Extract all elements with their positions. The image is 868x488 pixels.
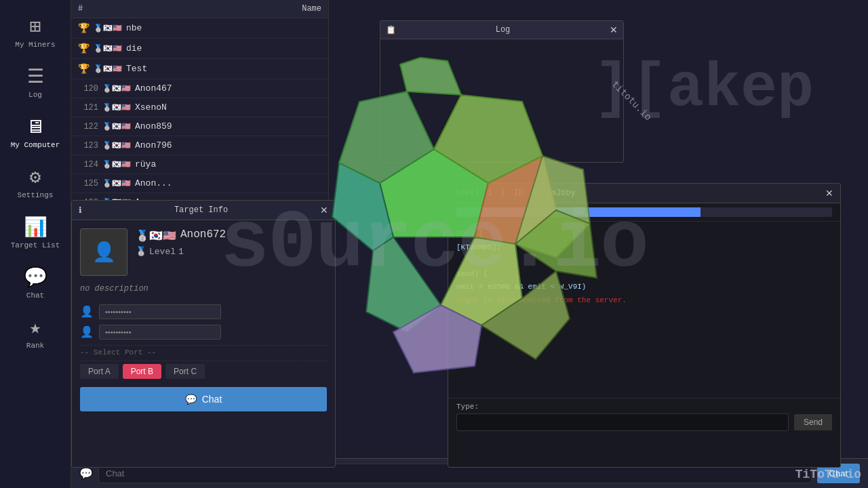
- sidebar-item-my-miners[interactable]: ⊞ My Miners: [0, 7, 71, 57]
- port-a-button[interactable]: Port A: [80, 364, 119, 379]
- chat-button[interactable]: 💬 Chat: [80, 387, 327, 411]
- main-window-header: Level 1 | ID aCijmJbby ✕: [448, 184, 840, 203]
- list-item[interactable]: 🏆 🥈🇰🇷🇺🇸 nbe: [71, 18, 328, 39]
- rank-icon: ★: [30, 316, 41, 339]
- trophy-icon: 🏆: [78, 22, 90, 34]
- progress-bar-container: [456, 207, 832, 217]
- target-info-body: 👤 🥈🇰🇷🇺🇸 Anon672 🥈 Level 1 no description…: [72, 220, 335, 420]
- target-info-title: Target Info: [174, 205, 228, 215]
- sidebar-label-my-computer: My Computer: [11, 141, 60, 149]
- log-content: [380, 39, 623, 161]
- log-titlebar: 📋 Log ✕: [380, 21, 623, 39]
- main-id-label: ID: [513, 188, 523, 198]
- target-level-row: 🥈 Level 1: [136, 246, 226, 257]
- list-item[interactable]: 124 🥈🇰🇷🇺🇸 rüya: [71, 155, 328, 174]
- rank-number: 123: [78, 141, 98, 150]
- player-name: XsenoN: [135, 102, 167, 113]
- list-item[interactable]: 🏆 🥈🇰🇷🇺🇸 Test: [71, 59, 328, 79]
- list-item[interactable]: 🏆 🥈🇰🇷🇺🇸 die: [71, 39, 328, 59]
- target-password-field[interactable]: [99, 325, 221, 340]
- main-level-label: Level: [455, 188, 479, 198]
- target-level-value: 1: [178, 247, 184, 257]
- log-window: 📋 Log ✕: [380, 20, 624, 163]
- rank-number: 121: [78, 103, 98, 113]
- rank-number: 120: [78, 84, 98, 94]
- trophy-icon: 🏆: [78, 63, 90, 75]
- target-level-label: Level: [149, 247, 176, 257]
- code-line: arget is disconnected from the server.: [456, 295, 832, 307]
- chat-btn-label: Chat: [202, 394, 222, 405]
- terminal-input-area: Type: Send: [448, 398, 840, 435]
- rank-number: 122: [78, 122, 98, 131]
- target-profile: 👤 🥈🇰🇷🇺🇸 Anon672 🥈 Level 1: [80, 228, 327, 276]
- sidebar-item-settings[interactable]: ⚙ Settings: [0, 157, 71, 207]
- avatar-icon: 👤: [92, 241, 116, 264]
- main-level-value: 1: [488, 188, 492, 198]
- rank-number: 125: [78, 179, 98, 188]
- sidebar-item-my-computer[interactable]: 🖥 My Computer: [0, 107, 71, 157]
- flag-icons: 🥈🇰🇷🇺🇸: [94, 24, 122, 33]
- player-name: die: [126, 43, 142, 54]
- target-flag-icons: 🥈🇰🇷🇺🇸: [136, 229, 176, 243]
- sidebar-item-chat[interactable]: 💬 Chat: [0, 258, 71, 308]
- code-line: [KT0hMmS];: [456, 242, 832, 254]
- sidebar-label-rank: Rank: [26, 342, 44, 350]
- log-close-button[interactable]: ✕: [610, 24, 618, 35]
- titotu-suffix: io: [846, 468, 861, 481]
- flag-icons: 🥈🇰🇷🇺🇸: [102, 84, 131, 93]
- settings-icon: ⚙: [30, 165, 41, 188]
- list-item[interactable]: 121 🥈🇰🇷🇺🇸 XsenoN: [71, 98, 328, 117]
- user-icon: 👤: [80, 305, 94, 319]
- sidebar-label-settings: Settings: [18, 191, 54, 199]
- sidebar-label-target-list: Target List: [11, 241, 60, 249]
- bottom-chat-icon: 💬: [79, 467, 93, 481]
- player-name: Anon467: [135, 83, 172, 94]
- flag-icons: 🥈🇰🇷🇺🇸: [102, 160, 131, 169]
- port-buttons-row: Port A Port B Port C: [80, 361, 327, 382]
- flag-icons: 🥈🇰🇷🇺🇸: [94, 44, 122, 53]
- list-item[interactable]: 120 🥈🇰🇷🇺🇸 Anon467: [71, 79, 328, 98]
- target-avatar: 👤: [80, 228, 127, 276]
- target-level-icon: 🥈: [136, 246, 146, 257]
- target-player-name: Anon672: [180, 228, 226, 241]
- leaderboard-header: # Name: [71, 0, 328, 18]
- list-item[interactable]: 125 🥈🇰🇷🇺🇸 Anon...: [71, 174, 328, 193]
- code-line: omit > eU5mG && emit < W_V9I): [456, 281, 832, 293]
- port-b-button[interactable]: Port B: [123, 364, 161, 379]
- titotu-text: TiToTu: [795, 468, 840, 481]
- chat-icon: 💬: [24, 266, 47, 289]
- main-id-value: aCijmJbby: [532, 188, 576, 198]
- target-field-1: 👤: [80, 304, 327, 319]
- target-info-close-button[interactable]: ✕: [320, 205, 328, 216]
- port-c-button[interactable]: Port C: [165, 364, 205, 379]
- flag-icons: 🥈🇰🇷🇺🇸: [102, 141, 131, 150]
- sidebar-item-rank[interactable]: ★ Rank: [0, 308, 71, 358]
- player-name: nbe: [126, 23, 142, 33]
- sidebar-item-log[interactable]: ☰ Log: [0, 57, 71, 107]
- sidebar-label-my-miners: My Miners: [15, 41, 55, 49]
- main-window-close-button[interactable]: ✕: [825, 188, 833, 199]
- sidebar-label-chat: Chat: [26, 291, 44, 300]
- target-info-titlebar: ℹ Target Info ✕: [72, 201, 335, 220]
- player-name: Test: [126, 64, 147, 74]
- terminal-input[interactable]: [456, 413, 789, 431]
- code-line: send) {: [456, 268, 832, 281]
- target-info-icon: ℹ: [79, 205, 82, 216]
- target-username-field[interactable]: [99, 304, 221, 319]
- target-description: no description: [80, 284, 327, 293]
- list-item[interactable]: 123 🥈🇰🇷🇺🇸 Anon796: [71, 136, 328, 155]
- terminal-send-button[interactable]: Send: [794, 414, 832, 430]
- select-port-label: -- Select Port --: [80, 345, 327, 357]
- sidebar: ⊞ My Miners ☰ Log 🖥 My Computer ⚙ Settin…: [0, 0, 71, 488]
- main-window-info-bar: [448, 203, 840, 222]
- titotu-logo: TiToTu.io: [795, 468, 861, 481]
- terminal-row: Send: [456, 413, 832, 431]
- flag-icons: 🥈🇰🇷🇺🇸: [102, 103, 131, 112]
- player-name: Anon859: [135, 121, 172, 131]
- sidebar-item-target-list[interactable]: 📊 Target List: [0, 207, 71, 258]
- target-field-2: 👤: [80, 325, 327, 340]
- code-area: RDY) { [KT0hMmS]; send) { omit > eU5mG &…: [448, 222, 840, 398]
- list-item[interactable]: 122 🥈🇰🇷🇺🇸 Anon859: [71, 117, 328, 136]
- trophy-icon: 🏆: [78, 43, 90, 54]
- log-title: Log: [496, 25, 511, 35]
